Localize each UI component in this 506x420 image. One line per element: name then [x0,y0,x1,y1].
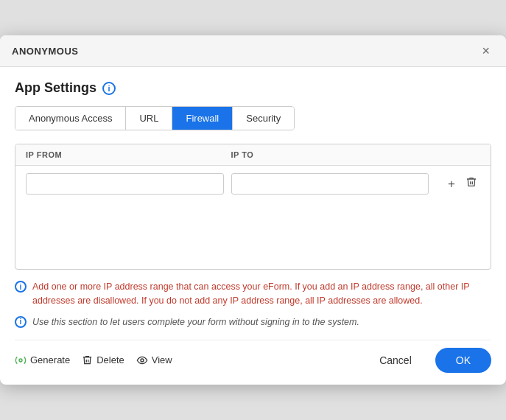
ip-from-header: IP FROM [26,150,231,159]
tab-firewall[interactable]: Firewall [172,107,233,130]
info-icon-2: i [15,316,27,328]
tabs-bar: Anonymous Access URL Firewall Security [15,106,295,130]
footer-buttons: Cancel OK [363,348,491,373]
dialog-title: ANONYMOUS [12,46,78,57]
generate-icon [15,354,27,366]
table-row: + [15,166,491,202]
ip-table: IP FROM IP TO + [15,144,491,270]
view-button[interactable]: View [136,354,172,366]
ip-to-input[interactable] [231,173,429,195]
ok-button[interactable]: OK [435,348,491,373]
tab-url[interactable]: URL [126,107,172,130]
svg-point-0 [19,359,22,362]
close-button[interactable]: × [477,43,494,59]
add-row-button[interactable]: + [445,175,458,193]
dialog: ANONYMOUS × App Settings i Anonymous Acc… [0,35,506,384]
app-settings-title-row: App Settings i [15,80,491,96]
delete-row-button[interactable] [463,175,480,193]
delete-button[interactable]: Delete [82,354,124,365]
dialog-header: ANONYMOUS × [0,35,506,67]
bottom-actions: Generate Delete View [15,340,491,373]
info-box-1: i Add one or more IP address range that … [15,280,491,308]
generate-button[interactable]: Generate [15,354,70,366]
info-icon-1: i [15,281,27,293]
view-icon [136,354,148,366]
svg-point-1 [141,359,144,362]
app-settings-heading: App Settings [15,80,96,96]
info-text-2: Use this section to let users complete y… [32,315,359,329]
cancel-button[interactable]: Cancel [363,348,428,373]
gen-del-view: Generate Delete View [15,354,172,366]
info-text-1: Add one or more IP address range that ca… [32,280,491,308]
trash-icon [465,176,477,188]
ip-from-input[interactable] [26,173,224,195]
tab-security[interactable]: Security [233,107,294,130]
ip-row-actions: + [436,175,480,193]
info-box-2: i Use this section to let users complete… [15,315,491,329]
ip-table-body: + [15,166,491,269]
ip-to-header: IP TO [231,150,437,159]
delete-icon [82,354,93,365]
app-settings-info-icon[interactable]: i [102,82,116,95]
dialog-body: App Settings i Anonymous Access URL Fire… [0,67,506,384]
ip-table-header: IP FROM IP TO [15,144,491,166]
tab-anonymous-access[interactable]: Anonymous Access [15,107,126,130]
